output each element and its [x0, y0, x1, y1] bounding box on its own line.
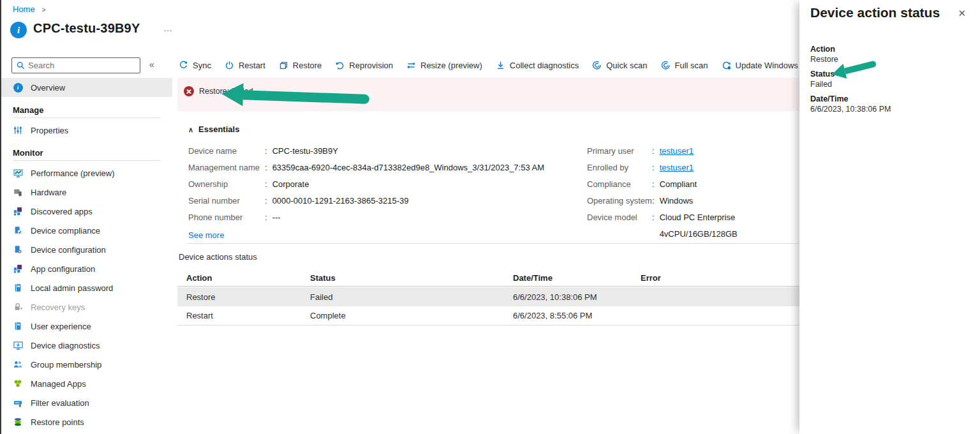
database-icon: [13, 417, 23, 427]
cell-action: Restart: [186, 311, 310, 320]
sidebar-item-label: Overview: [31, 83, 65, 93]
scan-icon: [592, 61, 602, 70]
sidebar-item-overview[interactable]: Overview: [1, 78, 172, 97]
sidebar-item-user-experience[interactable]: User experience: [1, 317, 172, 336]
sidebar-item-app-configuration[interactable]: App configuration: [1, 259, 172, 278]
restore-icon: [279, 61, 288, 70]
notebook-icon: [13, 283, 23, 293]
sidebar-collapse-button[interactable]: «: [149, 59, 154, 70]
section-divider: [13, 160, 161, 161]
essentials-row: Primary usertestuser1: [587, 143, 799, 160]
table-row-restart[interactable]: Restart Complete 6/6/2023, 8:55:06 PM: [177, 306, 799, 326]
column-header: Date/Time: [513, 273, 641, 283]
field-label: Ownership: [188, 176, 265, 193]
field-label: Operating system: [587, 193, 652, 209]
resize-button[interactable]: Resize (preview): [406, 61, 482, 70]
sidebar-item-device-diagnostics[interactable]: Device diagnostics: [1, 336, 172, 355]
quick-scan-button[interactable]: Quick scan: [592, 61, 647, 70]
sidebar-item-device-configuration[interactable]: Device configuration: [1, 240, 172, 259]
panel-fields: Action Restore Status Failed Date/Time 6…: [810, 44, 891, 119]
sidebar-item-label: Group membership: [31, 360, 101, 370]
field-label: Enrolled by: [587, 160, 652, 176]
sidebar-item-label: Filter evaluation: [31, 398, 89, 408]
breadcrumb-separator: >: [41, 6, 45, 13]
see-more-link[interactable]: See more: [188, 230, 224, 240]
main-content: Sync Restart Restore Reprovision Resize …: [177, 54, 799, 434]
more-actions-icon[interactable]: …: [163, 23, 174, 33]
sidebar-item-label: Performance (preview): [31, 168, 115, 178]
primary-user-link[interactable]: testuser1: [660, 146, 694, 156]
actions-table-header: Action Status Date/Time Error: [177, 270, 799, 287]
field-value: Corporate: [272, 176, 309, 193]
sidebar-item-managed-apps[interactable]: Managed Apps: [1, 374, 172, 393]
search-icon: [17, 61, 25, 70]
toolbar-label: Restore: [293, 61, 322, 70]
people-icon: [13, 359, 23, 370]
sidebar-item-device-compliance[interactable]: Device compliance: [1, 221, 172, 240]
sidebar-item-properties[interactable]: Properties: [1, 121, 172, 140]
sync-button[interactable]: Sync: [179, 61, 211, 70]
toolbar: Sync Restart Restore Reprovision Resize …: [179, 54, 799, 76]
sidebar-item-restore-points[interactable]: Restore points: [1, 412, 172, 431]
reprovision-icon: [335, 61, 345, 70]
actions-table-title: Device actions status: [179, 252, 257, 262]
breadcrumb-home-link[interactable]: Home: [13, 4, 35, 14]
sidebar-item-label: Restore points: [31, 417, 84, 427]
full-scan-button[interactable]: Full scan: [661, 61, 708, 70]
essentials-row: ComplianceCompliant: [587, 176, 799, 193]
sync-icon: [179, 61, 188, 70]
collect-diagnostics-button[interactable]: Collect diagnostics: [496, 61, 579, 70]
essentials-row: OwnershipCorporate: [188, 176, 544, 193]
field-value: CPC-testu-39B9Y: [272, 143, 338, 160]
sidebar-section-monitor: Monitor: [1, 140, 172, 160]
essentials-header[interactable]: ∧Essentials: [188, 124, 239, 134]
sidebar-item-label: Hardware: [31, 188, 66, 197]
cell-datetime: 6/6/2023, 8:55:06 PM: [513, 311, 641, 320]
toolbar-label: Restart: [239, 61, 265, 70]
performance-icon: [13, 168, 23, 178]
restart-button[interactable]: Restart: [225, 61, 265, 70]
reprovision-button[interactable]: Reprovision: [335, 61, 393, 70]
sidebar-item-local-admin-password[interactable]: Local admin password: [1, 278, 172, 297]
sidebar-search: [11, 57, 140, 73]
sidebar-item-performance[interactable]: Performance (preview): [1, 163, 172, 183]
sidebar-item-label: Device compliance: [31, 226, 100, 236]
panel-field-datetime: Date/Time 6/6/2023, 10:38:06 PM: [810, 94, 891, 114]
filter-icon: [13, 398, 23, 408]
field-label: Device model: [587, 209, 652, 243]
field-label: Date/Time: [810, 94, 891, 104]
sidebar-item-label: Device diagnostics: [31, 341, 100, 350]
breadcrumb: Home >: [13, 4, 46, 14]
notebook-icon: [13, 321, 23, 331]
table-row-restore[interactable]: Restore Failed 6/6/2023, 10:38:06 PM: [177, 287, 799, 306]
clover-icon: [13, 378, 23, 389]
essentials-row: Device nameCPC-testu-39B9Y: [188, 143, 544, 160]
field-value: Failed: [810, 79, 891, 89]
sidebar-item-hardware[interactable]: Hardware: [1, 183, 172, 202]
field-value: Windows: [660, 193, 694, 209]
restore-button[interactable]: Restore: [279, 61, 322, 70]
essentials-left-column: Device nameCPC-testu-39B9Y Management na…: [188, 143, 544, 226]
panel-title: Device action status: [810, 5, 940, 20]
sidebar-item-label: Properties: [31, 126, 68, 135]
sidebar-item-recovery-keys: Recovery keys: [1, 297, 172, 317]
apps-icon: [13, 264, 23, 274]
field-value: Compliant: [660, 176, 697, 193]
column-header: Status: [310, 273, 513, 283]
update-defender-button[interactable]: Update Windows Defender security intelli…: [722, 61, 799, 70]
search-input[interactable]: [28, 61, 130, 70]
sidebar-item-group-membership[interactable]: Group membership: [1, 355, 172, 374]
download-icon: [496, 61, 505, 70]
close-icon[interactable]: ✕: [958, 8, 966, 19]
cell-status: Failed: [310, 292, 513, 302]
enrolled-by-link[interactable]: testuser1: [660, 163, 694, 172]
essentials-row: Management name63359caa-6920-4cec-834a-d…: [188, 160, 544, 176]
apps-icon: [13, 206, 23, 216]
field-value: 0000-0010-1291-2163-3865-3215-39: [272, 193, 409, 209]
sidebar-item-discovered-apps[interactable]: Discovered apps: [1, 202, 172, 221]
field-label: Serial number: [188, 193, 265, 209]
sidebar-item-label: Local admin password: [31, 283, 113, 293]
hardware-icon: [13, 187, 23, 197]
sidebar-item-filter-evaluation[interactable]: Filter evaluation: [1, 393, 172, 412]
restart-icon: [225, 61, 234, 70]
